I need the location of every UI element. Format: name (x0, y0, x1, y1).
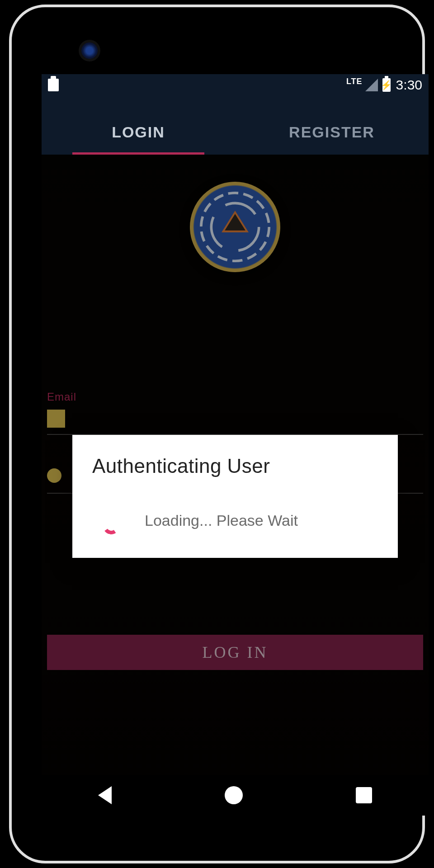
clock: 3:30 (396, 77, 422, 93)
sdcard-icon (48, 79, 59, 91)
login-content: Email LOG IN Authenticating User (42, 155, 429, 816)
app-bar (42, 96, 429, 109)
battery-icon: ⚡ (382, 78, 391, 92)
auth-dialog: Authenticating User Loading... Please Wa… (72, 435, 398, 558)
nav-home-icon[interactable] (225, 786, 243, 804)
device-frame: LTE ⚡ 3:30 LOGIN REGISTER (9, 5, 425, 863)
signal-icon (365, 79, 378, 91)
network-label: LTE (346, 77, 363, 86)
screen: LTE ⚡ 3:30 LOGIN REGISTER (42, 74, 429, 816)
front-camera (81, 42, 98, 59)
device-frame-inner: LTE ⚡ 3:30 LOGIN REGISTER (18, 15, 416, 853)
dialog-title: Authenticating User (92, 455, 378, 477)
tab-register[interactable]: REGISTER (235, 109, 429, 155)
auth-tabs: LOGIN REGISTER (42, 109, 429, 155)
status-bar: LTE ⚡ 3:30 (42, 74, 429, 96)
dialog-message: Loading... Please Wait (145, 512, 298, 529)
nav-back-icon[interactable] (98, 786, 112, 804)
android-navbar (42, 775, 429, 816)
tab-login[interactable]: LOGIN (42, 109, 235, 155)
nav-recent-icon[interactable] (356, 787, 372, 803)
spinner-icon (95, 505, 127, 536)
